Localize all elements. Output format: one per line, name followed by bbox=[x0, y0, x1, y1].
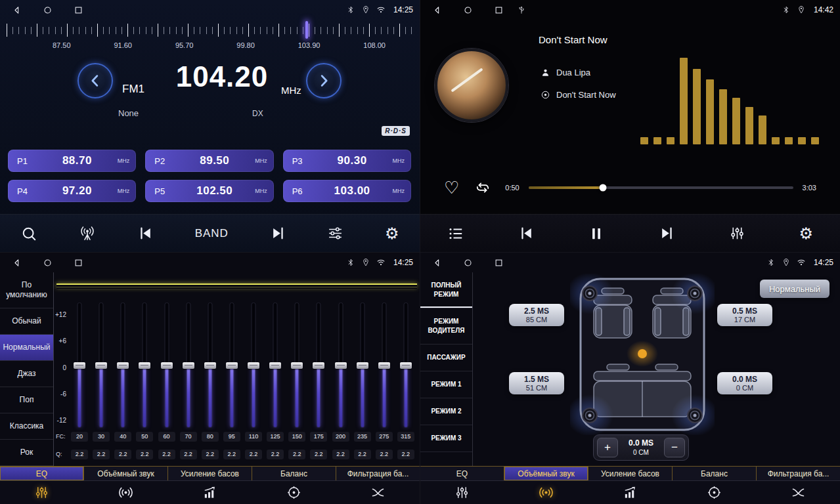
eq-slider-thumb[interactable] bbox=[335, 362, 347, 369]
audio-tab[interactable]: Усиление басов bbox=[168, 467, 252, 480]
tune-settings-button[interactable] bbox=[327, 225, 343, 242]
nav-back-button[interactable] bbox=[432, 258, 442, 268]
settings-gear-button[interactable]: ⚙ bbox=[385, 226, 399, 242]
scan-button[interactable] bbox=[20, 225, 37, 242]
audio-tab[interactable]: Фильтрация ба... bbox=[336, 467, 420, 480]
audio-tab[interactable]: EQ bbox=[420, 467, 504, 480]
front-right-delay[interactable]: 0.5 MS 17 CM bbox=[717, 304, 772, 326]
eq-band-slider[interactable] bbox=[288, 303, 305, 428]
eq-preset-item[interactable]: Поп bbox=[0, 387, 53, 413]
eq-preset-item[interactable]: Рок bbox=[0, 440, 53, 466]
eq-slider-thumb[interactable] bbox=[313, 362, 324, 369]
nav-recents-button[interactable] bbox=[74, 258, 83, 268]
seek-bar[interactable] bbox=[529, 186, 793, 189]
nav-back-button[interactable] bbox=[432, 5, 442, 15]
eq-preset-item[interactable]: Обычай bbox=[0, 308, 53, 335]
listening-mode-item[interactable]: ПОЛНЫЙ РЕЖИМ bbox=[420, 272, 472, 308]
front-left-delay[interactable]: 2.5 MS 85 CM bbox=[509, 304, 564, 326]
nav-recents-button[interactable] bbox=[74, 5, 83, 15]
delay-decrease-button[interactable]: − bbox=[664, 438, 685, 457]
previous-track-button[interactable] bbox=[518, 225, 535, 242]
eq-band-slider[interactable] bbox=[158, 303, 175, 428]
eq-slider-thumb[interactable] bbox=[400, 362, 412, 369]
eq-band-slider[interactable] bbox=[332, 303, 349, 428]
listening-mode-item[interactable]: РЕЖИМ ВОДИТЕЛЯ bbox=[420, 308, 472, 345]
eq-slider-thumb[interactable] bbox=[269, 362, 281, 369]
eq-slider-thumb[interactable] bbox=[161, 362, 173, 369]
nav-recents-button[interactable] bbox=[494, 258, 504, 268]
eq-band-slider[interactable] bbox=[397, 303, 414, 428]
rear-right-delay[interactable]: 0.0 MS 0 CM bbox=[717, 372, 772, 394]
tune-down-button[interactable] bbox=[77, 63, 113, 98]
filter-tab-icon[interactable] bbox=[336, 481, 420, 504]
audio-tab[interactable]: EQ bbox=[0, 467, 84, 480]
eq-slider-thumb[interactable] bbox=[204, 362, 216, 369]
surround-tab-icon[interactable] bbox=[504, 481, 588, 504]
playlist-button[interactable] bbox=[447, 225, 464, 242]
eq-band-slider[interactable] bbox=[114, 303, 131, 428]
radio-preset-button[interactable]: P2 89.50 MHz bbox=[145, 150, 273, 172]
listening-mode-item[interactable]: РЕЖИМ 1 bbox=[420, 371, 472, 398]
eq-band-slider[interactable] bbox=[136, 303, 153, 428]
nav-back-button[interactable] bbox=[12, 258, 22, 268]
nav-home-button[interactable] bbox=[43, 258, 53, 268]
favorite-button[interactable]: ♡ bbox=[444, 179, 459, 196]
bass-boost-tab-icon[interactable] bbox=[588, 481, 673, 504]
eq-slider-thumb[interactable] bbox=[378, 362, 390, 369]
filter-tab-icon[interactable] bbox=[756, 481, 840, 504]
audio-tab[interactable]: Усиление басов bbox=[588, 467, 673, 480]
repeat-button[interactable] bbox=[475, 180, 491, 196]
radio-preset-button[interactable]: P4 97.20 MHz bbox=[8, 180, 136, 202]
eq-slider-thumb[interactable] bbox=[226, 362, 238, 369]
eq-slider-thumb[interactable] bbox=[183, 362, 194, 369]
band-button[interactable]: BAND bbox=[195, 227, 229, 240]
surround-tab-icon[interactable] bbox=[84, 481, 168, 504]
settings-gear-button[interactable]: ⚙ bbox=[799, 226, 814, 242]
nav-home-button[interactable] bbox=[463, 5, 473, 15]
balance-tab-icon[interactable] bbox=[252, 481, 336, 504]
eq-band-slider[interactable] bbox=[354, 303, 371, 428]
audio-tab[interactable]: Объёмный звук bbox=[504, 467, 588, 480]
next-track-button[interactable] bbox=[659, 225, 675, 242]
eq-slider-thumb[interactable] bbox=[95, 362, 107, 369]
nav-back-button[interactable] bbox=[12, 5, 22, 15]
eq-preset-item[interactable]: Джаз bbox=[0, 361, 53, 387]
eq-band-slider[interactable] bbox=[267, 303, 284, 428]
listening-mode-item[interactable]: РЕЖИМ 3 bbox=[420, 425, 472, 452]
audio-tab[interactable]: Баланс bbox=[252, 467, 336, 480]
radio-preset-button[interactable]: P6 103.00 MHz bbox=[283, 180, 411, 202]
broadcast-antenna-button[interactable] bbox=[79, 225, 96, 242]
eq-band-slider[interactable] bbox=[180, 303, 197, 428]
seek-thumb[interactable] bbox=[599, 184, 606, 192]
audio-tab[interactable]: Объёмный звук bbox=[84, 467, 168, 480]
eq-band-slider[interactable] bbox=[376, 303, 393, 428]
radio-preset-button[interactable]: P5 102.50 MHz bbox=[145, 180, 273, 202]
tune-up-button[interactable] bbox=[306, 63, 342, 98]
eq-slider-thumb[interactable] bbox=[117, 362, 129, 369]
pause-button[interactable] bbox=[588, 225, 605, 242]
nav-home-button[interactable] bbox=[43, 5, 53, 15]
eq-band-slider[interactable] bbox=[202, 303, 219, 428]
audio-tab[interactable]: Фильтрация ба... bbox=[757, 467, 840, 480]
delay-increase-button[interactable]: + bbox=[597, 438, 618, 457]
eq-preset-item[interactable]: Классика bbox=[0, 413, 53, 440]
mixer-eq-button[interactable] bbox=[729, 225, 745, 242]
eq-band-slider[interactable] bbox=[310, 303, 327, 428]
frequency-ruler[interactable] bbox=[7, 22, 413, 38]
eq-band-slider[interactable] bbox=[93, 303, 110, 428]
eq-slider-thumb[interactable] bbox=[291, 362, 303, 369]
radio-preset-button[interactable]: P1 88.70 MHz bbox=[8, 150, 136, 172]
sound-preset-button[interactable]: Нормальный bbox=[760, 280, 829, 298]
nav-recents-button[interactable] bbox=[494, 5, 504, 15]
previous-station-button[interactable] bbox=[137, 225, 154, 242]
eq-slider-thumb[interactable] bbox=[74, 362, 85, 369]
eq-slider-thumb[interactable] bbox=[357, 362, 368, 369]
listening-mode-item[interactable]: ПАССАЖИР bbox=[420, 345, 472, 371]
audio-tab[interactable]: Баланс bbox=[673, 467, 757, 480]
eq-band-slider[interactable] bbox=[71, 303, 88, 428]
eq-tab-icon[interactable] bbox=[420, 481, 504, 504]
listening-mode-item[interactable]: РЕЖИМ 2 bbox=[420, 398, 472, 425]
eq-slider-thumb[interactable] bbox=[248, 362, 259, 369]
eq-band-slider[interactable] bbox=[223, 303, 240, 428]
eq-preset-item[interactable]: Нормальный bbox=[0, 335, 53, 361]
